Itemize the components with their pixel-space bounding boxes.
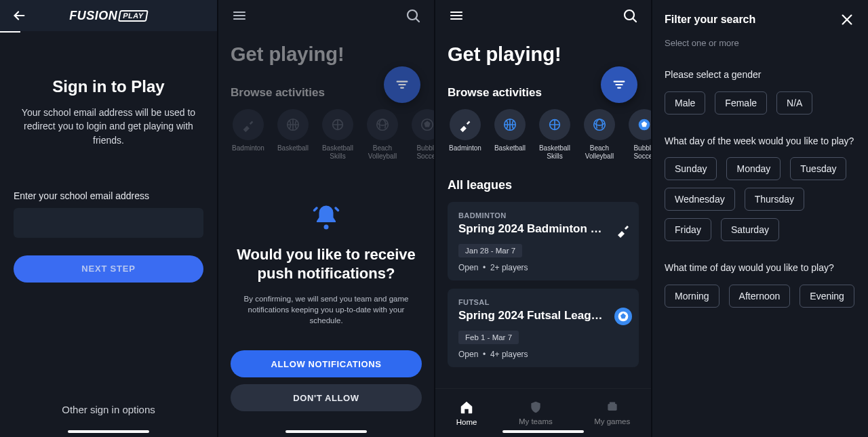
activity-item[interactable]: Badminton: [448, 109, 483, 161]
activity-item[interactable]: Basketball: [275, 109, 311, 161]
chip-na[interactable]: N/A: [776, 91, 812, 115]
gender-chips: Male Female N/A: [665, 91, 856, 115]
svg-rect-30: [608, 404, 616, 411]
signin-subtitle: Your school email address will be used t…: [14, 106, 203, 147]
home-screen: Get playing! Browse activities Badminton…: [434, 0, 651, 437]
filter-screen: Filter your search Select one or more Pl…: [651, 0, 868, 437]
league-meta: Open • 4+ players: [458, 350, 628, 359]
search-button[interactable]: [404, 7, 422, 24]
league-card[interactable]: BADMINTON Spring 2024 Badminton DO… Jan …: [448, 202, 639, 280]
chip-evening[interactable]: Evening: [800, 285, 854, 308]
nav-label: My games: [594, 417, 630, 425]
league-meta: Open • 2+ players: [458, 263, 628, 272]
filter-icon: [612, 77, 627, 92]
menu-button[interactable]: [231, 7, 248, 24]
league-players: 4+ players: [490, 350, 528, 359]
league-title: Spring 2024 Badminton DO…: [458, 222, 628, 236]
basketball-skills-icon: [330, 117, 345, 132]
home-indicator: [285, 430, 367, 433]
chip-monday[interactable]: Monday: [726, 157, 781, 180]
nav-label: Home: [456, 418, 477, 426]
chip-tuesday[interactable]: Tuesday: [790, 157, 846, 180]
chip-morning[interactable]: Morning: [665, 285, 719, 308]
activities-row: Badminton Basketball Basketball Skills B…: [448, 109, 651, 161]
svg-line-19: [633, 18, 636, 22]
activity-item[interactable]: Beach Volleyball: [582, 109, 617, 161]
other-signin-link[interactable]: Other sign in options: [62, 404, 155, 415]
page-title: Get playing!: [448, 43, 639, 66]
activity-label: Beach Volleyball: [582, 144, 617, 161]
filter-fab[interactable]: [601, 66, 637, 103]
chip-afternoon[interactable]: Afternoon: [729, 285, 791, 308]
volleyball-icon: [592, 117, 607, 132]
soccer-icon: [420, 117, 434, 132]
activity-item[interactable]: Bubble Soccer: [410, 109, 434, 161]
league-sport-badge: [614, 221, 632, 238]
badminton-icon: [458, 117, 473, 132]
progress-indicator: [0, 31, 20, 33]
filter-hint: Select one or more: [665, 38, 856, 48]
league-card[interactable]: FUTSAL Spring 2024 Futsal League (… Feb …: [448, 289, 639, 367]
chip-thursday[interactable]: Thursday: [745, 188, 804, 211]
bell-wrap: [312, 203, 340, 232]
league-title: Spring 2024 Futsal League (…: [458, 309, 628, 322]
basketball-skills-icon: [547, 117, 562, 132]
modal-subtitle: By confirming, we will send you team and…: [231, 293, 422, 326]
email-label: Enter your school email address: [14, 190, 149, 201]
svg-marker-13: [425, 121, 429, 126]
activity-label: Basketball: [494, 144, 526, 152]
basketball-icon: [285, 117, 300, 132]
search-button[interactable]: [621, 7, 639, 24]
league-status: Open: [458, 350, 478, 359]
activity-item[interactable]: Basketball Skills: [320, 109, 355, 161]
activity-label: Badminton: [449, 144, 481, 152]
search-icon: [622, 7, 638, 24]
activity-item[interactable]: Badminton: [231, 109, 266, 161]
nav-games[interactable]: My games: [594, 400, 630, 425]
badminton-icon: [241, 117, 256, 132]
activities-row: Badminton Basketball Basketball Skills B…: [231, 109, 434, 161]
gender-label: Please select a gender: [665, 68, 856, 82]
league-sport: BADMINTON: [458, 211, 628, 220]
signin-screen: FUSION PLAY Sign in to Play Your school …: [0, 0, 217, 437]
close-button[interactable]: [838, 11, 856, 28]
activity-item[interactable]: Beach Volleyball: [365, 109, 400, 161]
nav-label: My teams: [519, 417, 553, 425]
chip-saturday[interactable]: Saturday: [721, 218, 779, 241]
svg-line-5: [416, 18, 419, 22]
back-button[interactable]: [11, 7, 27, 24]
chip-wednesday[interactable]: Wednesday: [665, 188, 735, 211]
filter-header: Filter your search: [665, 11, 856, 28]
signin-header: FUSION PLAY: [0, 0, 217, 31]
next-step-button[interactable]: NEXT STEP: [14, 255, 203, 283]
nav-home[interactable]: Home: [456, 400, 477, 426]
chip-female[interactable]: Female: [715, 91, 767, 115]
activity-label: Basketball Skills: [320, 144, 355, 161]
menu-button[interactable]: [448, 7, 465, 24]
chip-sunday[interactable]: Sunday: [665, 157, 717, 180]
league-status: Open: [458, 263, 478, 272]
app-header: [435, 0, 651, 31]
league-sport-badge: [614, 308, 632, 325]
league-players: 2+ players: [490, 263, 528, 272]
svg-rect-31: [610, 402, 615, 404]
chip-male[interactable]: Male: [665, 91, 705, 115]
league-date: Feb 1 - Mar 7: [458, 331, 519, 344]
shield-icon: [529, 400, 542, 414]
nav-teams[interactable]: My teams: [519, 400, 553, 425]
activity-item[interactable]: Bubble Soccer: [627, 109, 651, 161]
close-icon: [840, 12, 854, 27]
chip-friday[interactable]: Friday: [665, 218, 711, 241]
activity-item[interactable]: Basketball: [492, 109, 528, 161]
deny-notifications-button[interactable]: DON'T ALLOW: [231, 384, 422, 411]
brand-main: FUSION: [69, 9, 117, 23]
allow-notifications-button[interactable]: ALLOW NOTIFICATIONS: [231, 350, 422, 377]
signin-title: Sign in to Play: [52, 77, 164, 96]
hamburger-icon: [448, 7, 465, 24]
activity-item[interactable]: Basketball Skills: [537, 109, 572, 161]
soccer-icon: [637, 118, 651, 131]
email-field[interactable]: [14, 208, 203, 238]
activity-label: Basketball Skills: [537, 144, 572, 161]
day-chips: Sunday Monday Tuesday Wednesday Thursday…: [665, 157, 856, 241]
league-date: Jan 28 - Mar 7: [458, 244, 522, 257]
